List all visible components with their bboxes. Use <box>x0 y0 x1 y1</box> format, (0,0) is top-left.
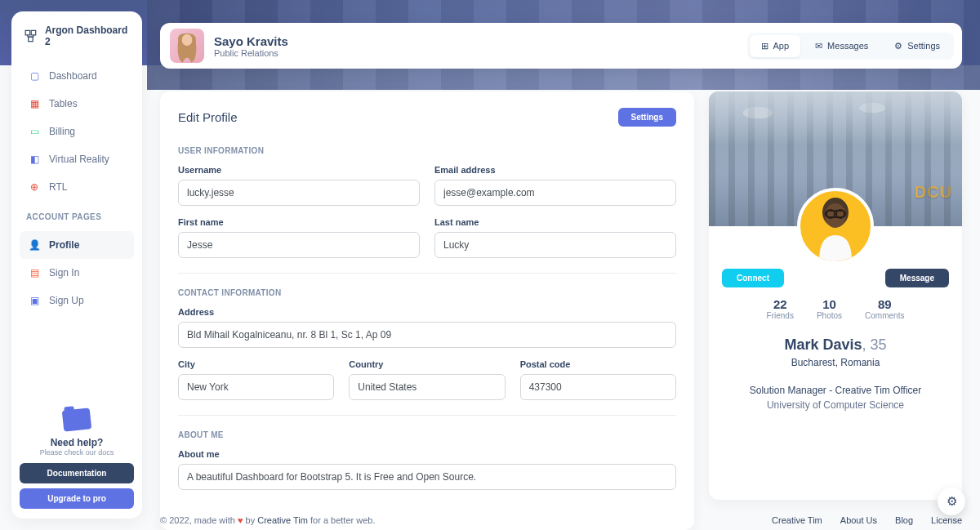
stat-comments-lbl: Comments <box>865 311 904 320</box>
stat-friends-lbl: Friends <box>767 311 794 320</box>
sidebar-item-signin[interactable]: ▤Sign In <box>20 259 134 287</box>
sidebar: Argon Dashboard 2 ▢Dashboard ▦Tables ▭Bi… <box>11 11 142 519</box>
documentation-button[interactable]: Documentation <box>20 463 134 483</box>
svg-point-9 <box>825 203 846 228</box>
footer-link-license[interactable]: License <box>931 515 962 525</box>
label-postal: Postal code <box>520 359 676 369</box>
footer-link-blog[interactable]: Blog <box>895 515 913 525</box>
sidebar-item-rtl[interactable]: ⊕RTL <box>20 173 134 201</box>
profile-avatar <box>797 188 874 265</box>
sidebar-item-dashboard[interactable]: ▢Dashboard <box>20 62 134 90</box>
header-name: Sayo Kravits <box>214 34 288 48</box>
edit-profile-title: Edit Profile <box>178 110 238 124</box>
brand-logo-icon <box>23 28 38 44</box>
section-contact-info: CONTACT INFORMATION <box>178 288 676 297</box>
profile-age: , 35 <box>862 336 887 353</box>
stat-photos-lbl: Photos <box>817 311 842 320</box>
header-avatar <box>170 29 204 63</box>
edit-profile-card: Edit Profile Settings USER INFORMATION U… <box>160 91 694 530</box>
label-username: Username <box>178 165 420 175</box>
footer-link-about[interactable]: About Us <box>840 515 877 525</box>
cover-logo: DCU <box>915 183 952 202</box>
profile-summary-card: DCU Connect Message 22Friends 10Photos 8… <box>709 91 962 500</box>
label-aboutme: About me <box>178 449 676 459</box>
label-lastname: Last name <box>434 217 676 227</box>
profile-school: University of Computer Science <box>709 399 962 411</box>
settings-fab[interactable]: ⚙ <box>938 488 965 515</box>
tab-settings[interactable]: ⚙Settings <box>883 35 951 57</box>
cube-icon: ◧ <box>28 153 41 166</box>
input-username[interactable] <box>178 180 420 206</box>
sidebar-section-account: ACCOUNT PAGES <box>20 201 134 228</box>
profile-location: Bucharest, Romania <box>709 357 962 368</box>
gear-icon: ⚙ <box>947 494 957 509</box>
upgrade-button[interactable]: Upgrade to pro <box>20 488 134 509</box>
monitor-icon: ▢ <box>28 69 41 82</box>
input-city[interactable] <box>178 374 334 400</box>
svg-rect-0 <box>25 30 30 35</box>
input-email[interactable] <box>434 180 676 206</box>
footer-brand-link[interactable]: Creative Tim <box>257 515 308 525</box>
section-user-info: USER INFORMATION <box>178 146 676 155</box>
footer-link-creative-tim[interactable]: Creative Tim <box>772 515 822 525</box>
profile-job: Solution Manager - Creative Tim Officer <box>709 385 962 396</box>
footer: © 2022, made with ♥ by Creative Tim for … <box>160 515 962 525</box>
input-lastname[interactable] <box>434 232 676 258</box>
sidebar-item-vr[interactable]: ◧Virtual Reality <box>20 145 134 173</box>
brand: Argon Dashboard 2 <box>20 23 134 59</box>
sidebar-item-signup[interactable]: ▣Sign Up <box>20 287 134 314</box>
app-icon: ⊞ <box>761 41 768 51</box>
input-postal[interactable] <box>520 374 676 400</box>
rocket-icon: ▣ <box>28 294 41 307</box>
input-aboutme[interactable] <box>178 464 676 490</box>
help-title: Need help? <box>20 437 134 448</box>
grid-icon: ▦ <box>28 97 41 110</box>
header-tabs: ⊞App ✉Messages ⚙Settings <box>747 33 954 60</box>
gear-icon: ⚙ <box>894 41 902 51</box>
sidebar-item-billing[interactable]: ▭Billing <box>20 118 134 145</box>
stat-comments-val: 89 <box>865 297 904 311</box>
input-country[interactable] <box>349 374 505 400</box>
svg-rect-1 <box>31 30 36 35</box>
stat-photos-val: 10 <box>817 297 842 311</box>
label-country: Country <box>349 359 505 369</box>
svg-point-7 <box>182 34 193 46</box>
tab-messages[interactable]: ✉Messages <box>804 35 880 57</box>
doc-icon: ▤ <box>28 266 41 279</box>
label-address: Address <box>178 307 676 317</box>
connect-button[interactable]: Connect <box>722 269 784 287</box>
user-icon: 👤 <box>28 238 41 252</box>
profile-header: Sayo Kravits Public Relations ⊞App ✉Mess… <box>160 23 962 69</box>
stat-friends-val: 22 <box>767 297 794 311</box>
svg-rect-2 <box>29 37 33 42</box>
label-email: Email address <box>434 165 676 175</box>
globe-icon: ⊕ <box>28 180 41 194</box>
header-role: Public Relations <box>214 48 288 58</box>
mail-icon: ✉ <box>815 41 822 51</box>
tab-app[interactable]: ⊞App <box>750 35 801 57</box>
settings-button[interactable]: Settings <box>618 108 676 127</box>
help-folder-icon <box>60 406 93 432</box>
brand-name: Argon Dashboard 2 <box>45 24 131 47</box>
profile-name: Mark Davis <box>784 336 862 353</box>
message-button[interactable]: Message <box>885 269 949 287</box>
sidebar-item-tables[interactable]: ▦Tables <box>20 90 134 118</box>
label-firstname: First name <box>178 217 420 227</box>
help-subtitle: Please check our docs <box>20 448 134 457</box>
label-city: City <box>178 359 334 369</box>
footer-copyright: © 2022, made with ♥ by Creative Tim for … <box>160 515 376 525</box>
input-address[interactable] <box>178 322 676 348</box>
section-about-me: ABOUT ME <box>178 430 676 439</box>
sidebar-item-profile[interactable]: 👤Profile <box>20 231 134 259</box>
card-icon: ▭ <box>28 125 41 138</box>
profile-stats: 22Friends 10Photos 89Comments <box>709 297 962 320</box>
input-firstname[interactable] <box>178 232 420 258</box>
